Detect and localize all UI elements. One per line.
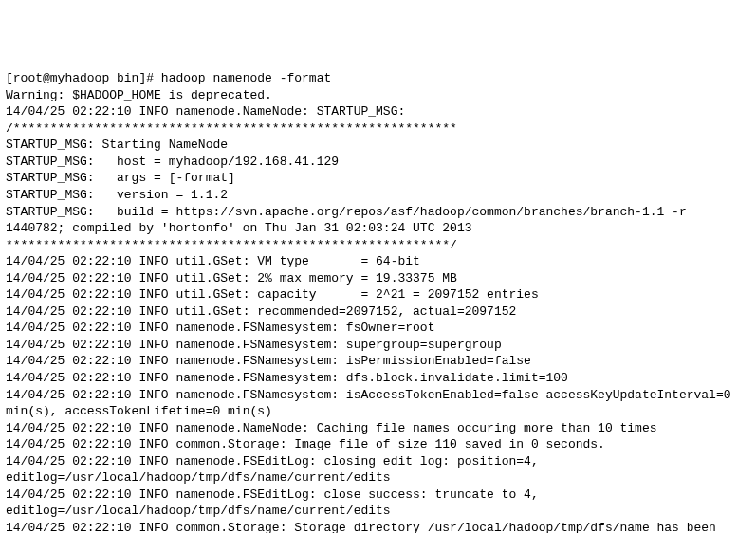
prompt-line: [root@myhadoop bin]# hadoop namenode -fo… bbox=[6, 70, 750, 87]
output-line: 14/04/25 02:22:10 INFO common.Storage: S… bbox=[6, 520, 750, 533]
output-line: 14/04/25 02:22:10 INFO util.GSet: 2% max… bbox=[6, 270, 750, 287]
command-text: hadoop namenode -format bbox=[161, 71, 331, 85]
output-line: STARTUP_MSG: version = 1.1.2 bbox=[6, 187, 750, 204]
terminal-output[interactable]: [root@myhadoop bin]# hadoop namenode -fo… bbox=[6, 70, 750, 533]
output-line: ****************************************… bbox=[6, 237, 750, 254]
output-line: /***************************************… bbox=[6, 120, 750, 138]
output-line: STARTUP_MSG: Starting NameNode bbox=[6, 137, 750, 154]
output-line: Warning: $HADOOP_HOME is deprecated. bbox=[6, 87, 750, 104]
output-line: 14/04/25 02:22:10 INFO util.GSet: recomm… bbox=[6, 303, 750, 321]
output-line: 14/04/25 02:22:10 INFO namenode.NameNode… bbox=[6, 103, 750, 120]
output-line: 14/04/25 02:22:10 INFO namenode.FSEditLo… bbox=[6, 453, 750, 487]
output-line: 14/04/25 02:22:10 INFO util.GSet: VM typ… bbox=[6, 253, 750, 270]
output-line: 14/04/25 02:22:10 INFO namenode.FSNamesy… bbox=[6, 320, 750, 337]
output-line: 14/04/25 02:22:10 INFO namenode.NameNode… bbox=[6, 420, 750, 437]
output-line: 14/04/25 02:22:10 INFO namenode.FSNamesy… bbox=[6, 370, 750, 387]
output-line: 14/04/25 02:22:10 INFO common.Storage: I… bbox=[6, 436, 750, 453]
output-line: 14/04/25 02:22:10 INFO namenode.FSNamesy… bbox=[6, 387, 750, 420]
output-line: STARTUP_MSG: host = myhadoop/192.168.41.… bbox=[6, 154, 750, 171]
output-line: 14/04/25 02:22:10 INFO namenode.FSEditLo… bbox=[6, 487, 750, 520]
output-line: STARTUP_MSG: args = [-format] bbox=[6, 170, 750, 187]
output-line: 14/04/25 02:22:10 INFO namenode.FSNamesy… bbox=[6, 337, 750, 354]
shell-prompt: [root@myhadoop bin]# bbox=[6, 71, 161, 85]
output-line: 14/04/25 02:22:10 INFO util.GSet: capaci… bbox=[6, 286, 750, 303]
output-line: 14/04/25 02:22:10 INFO namenode.FSNamesy… bbox=[6, 353, 750, 370]
output-line: STARTUP_MSG: build = https://svn.apache.… bbox=[6, 204, 750, 237]
